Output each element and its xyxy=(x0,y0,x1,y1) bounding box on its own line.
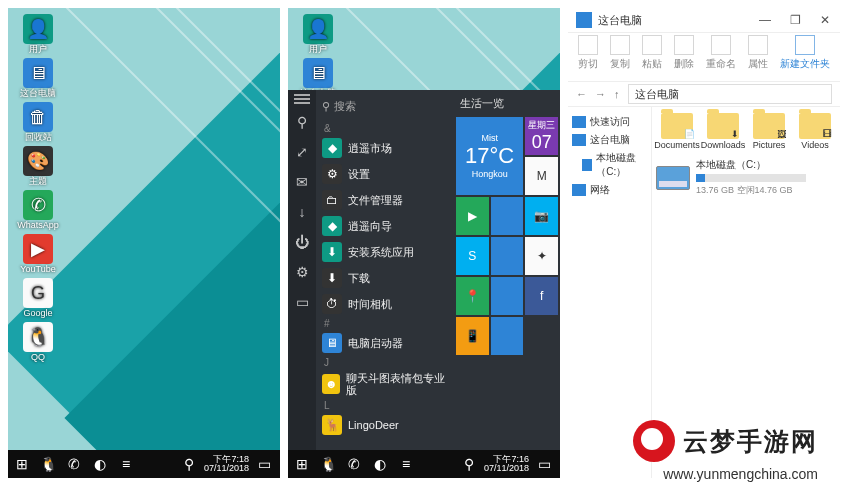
keyboard-icon[interactable]: ⚲ xyxy=(459,454,479,474)
live-tile[interactable] xyxy=(491,237,524,275)
app-icon: ◆ xyxy=(322,138,342,158)
nav-forward[interactable]: → xyxy=(595,88,606,100)
this-pc-icon xyxy=(576,12,592,28)
rail-icon[interactable]: ▭ xyxy=(296,294,309,310)
desktop-icon[interactable]: 👤用户 xyxy=(292,14,344,54)
minimize-button[interactable]: — xyxy=(750,13,780,27)
tree-node[interactable]: 这台电脑 xyxy=(572,131,647,149)
desktop-icon[interactable]: ✆WhatsApp xyxy=(12,190,64,230)
ribbon-粘贴[interactable]: 粘贴 xyxy=(642,35,662,71)
live-tile[interactable] xyxy=(491,277,524,315)
live-tile[interactable]: ▶ xyxy=(456,197,489,235)
ribbon-属性[interactable]: 属性 xyxy=(748,35,768,71)
tree-node[interactable]: 网络 xyxy=(572,181,647,199)
group-letter: J xyxy=(320,356,450,369)
desktop-icon[interactable]: 🎨主题 xyxy=(12,146,64,186)
rail-icon[interactable]: ⚲ xyxy=(297,114,307,130)
nav-back[interactable]: ← xyxy=(576,88,587,100)
taskbar-app[interactable]: ◐ xyxy=(370,454,390,474)
rail-icon[interactable]: ↓ xyxy=(299,204,306,220)
taskbar-app[interactable]: ◐ xyxy=(90,454,110,474)
start-app-item[interactable]: ☻聊天斗图表情包专业版 xyxy=(320,369,450,399)
taskbar-app[interactable]: ≡ xyxy=(116,454,136,474)
live-tile[interactable]: S xyxy=(456,237,489,275)
live-tile[interactable]: f xyxy=(525,277,558,315)
ribbon-新建文件夹[interactable]: 新建文件夹 xyxy=(780,35,830,71)
live-tile[interactable] xyxy=(491,317,524,355)
nav-up[interactable]: ↑ xyxy=(614,88,620,100)
app-icon: 🗀 xyxy=(322,190,342,210)
folder-icon: 🎞 xyxy=(799,113,831,139)
start-app-item[interactable]: ⏱时间相机 xyxy=(320,291,450,317)
start-app-item[interactable]: ⚙设置 xyxy=(320,161,450,187)
rail-icon[interactable]: ⤢ xyxy=(296,144,308,160)
ribbon-删除[interactable]: 删除 xyxy=(674,35,694,71)
ribbon-复制[interactable]: 复制 xyxy=(610,35,630,71)
live-tile[interactable]: 📱 xyxy=(456,317,489,355)
folder-item[interactable]: 🎞Videos xyxy=(794,113,836,150)
desktop-icon[interactable]: 👤用户 xyxy=(12,14,64,54)
start-button[interactable]: ⊞ xyxy=(12,454,32,474)
folder-item[interactable]: 🖼Pictures xyxy=(748,113,790,150)
desktop-icon[interactable]: GGoogle xyxy=(12,278,64,318)
live-tile[interactable]: Mist17°CHongkou xyxy=(456,117,523,195)
ribbon-剪切[interactable]: 剪切 xyxy=(578,35,598,71)
start-app-item[interactable]: ⬇下载 xyxy=(320,265,450,291)
desktop-icon[interactable]: ▶YouTube xyxy=(12,234,64,274)
drive-item[interactable]: 本地磁盘（C:） 13.76 GB 空闲14.76 GB xyxy=(656,158,836,197)
address-bar: ← → ↑ 这台电脑 xyxy=(568,82,840,107)
taskbar-app[interactable]: ≡ xyxy=(396,454,416,474)
taskbar: ⊞🐧✆◐≡ ⚲ 下午7:18 07/11/2018 ▭ xyxy=(8,450,280,478)
folder-icon: 🖼 xyxy=(753,113,785,139)
start-app-item[interactable]: ◆逍遥市场 xyxy=(320,135,450,161)
app-label: 逍遥市场 xyxy=(348,142,392,154)
start-search[interactable]: ⚲ 搜索 xyxy=(320,90,450,122)
tree-node[interactable]: 快速访问 xyxy=(572,113,647,131)
app-label: 设置 xyxy=(348,168,370,180)
close-button[interactable]: ✕ xyxy=(810,13,840,27)
drive-name: 本地磁盘（C:） xyxy=(696,158,806,172)
start-app-item[interactable]: ⬇安装系统应用 xyxy=(320,239,450,265)
live-tile[interactable]: M xyxy=(525,157,558,195)
taskbar-app[interactable]: 🐧 xyxy=(318,454,338,474)
ribbon-重命名[interactable]: 重命名 xyxy=(706,35,736,71)
app-icon: 🦌 xyxy=(322,415,342,435)
group-letter: L xyxy=(320,399,450,412)
ribbon-icon xyxy=(674,35,694,55)
desktop-icon[interactable]: 🐧QQ xyxy=(12,322,64,362)
folder-item[interactable]: 📄Documents xyxy=(656,113,698,150)
folder-icon: 📄 xyxy=(661,113,693,139)
start-app-item[interactable]: 🖥电脑启动器 xyxy=(320,330,450,356)
start-button[interactable]: ⊞ xyxy=(292,454,312,474)
rail-icon[interactable]: ✉ xyxy=(296,174,308,190)
live-tile[interactable] xyxy=(491,197,524,235)
live-tile[interactable]: ✦ xyxy=(525,237,558,275)
rail-icon[interactable] xyxy=(294,98,310,100)
maximize-button[interactable]: ❐ xyxy=(780,13,810,27)
这台电脑-icon: 🖥 xyxy=(23,58,53,88)
tray-icon[interactable]: ▭ xyxy=(534,454,554,474)
tree-node[interactable]: 本地磁盘（C:） xyxy=(572,149,647,181)
tray-icon[interactable]: ▭ xyxy=(254,454,274,474)
tiles-header: 生活一览 xyxy=(456,94,558,117)
app-label: LingoDeer xyxy=(348,419,399,431)
ribbon-icon xyxy=(610,35,630,55)
live-tile[interactable]: 📍 xyxy=(456,277,489,315)
keyboard-icon[interactable]: ⚲ xyxy=(179,454,199,474)
start-app-item[interactable]: ◆逍遥向导 xyxy=(320,213,450,239)
rail-icon[interactable]: ⏻ xyxy=(295,234,309,250)
rail-icon[interactable]: ⚙ xyxy=(296,264,309,280)
start-app-item[interactable]: 🗀文件管理器 xyxy=(320,187,450,213)
address-path[interactable]: 这台电脑 xyxy=(628,84,833,104)
desktop-icon[interactable]: 🗑回收站 xyxy=(12,102,64,142)
taskbar-app[interactable]: 🐧 xyxy=(38,454,58,474)
live-tile[interactable]: 星期三07 xyxy=(525,117,558,155)
live-tile[interactable]: 📷 xyxy=(525,197,558,235)
app-label: 电脑启动器 xyxy=(348,337,403,349)
folder-item[interactable]: ⬇Downloads xyxy=(702,113,744,150)
desktop-icon[interactable]: 🖥这台电脑 xyxy=(12,58,64,98)
taskbar-app[interactable]: ✆ xyxy=(344,454,364,474)
taskbar-app[interactable]: ✆ xyxy=(64,454,84,474)
start-app-item[interactable]: 🦌LingoDeer xyxy=(320,412,450,438)
window-title: 这台电脑 xyxy=(598,13,642,28)
